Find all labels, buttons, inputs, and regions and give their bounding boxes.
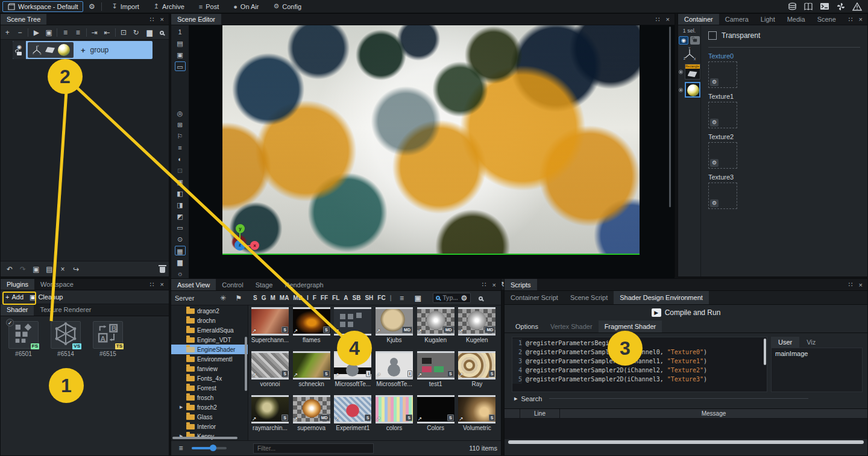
remove-node-icon[interactable]: − [14, 28, 26, 37]
viewport-scrollbar[interactable] [669, 27, 671, 207]
tree-vertical-scrollbar[interactable] [245, 337, 247, 391]
transform-gizmo[interactable]: y z x [222, 224, 259, 257]
monitor-icon[interactable]: ▭ [175, 61, 186, 71]
message-list[interactable] [505, 419, 867, 439]
tab-shader-design-environment[interactable]: Shader Design Environment [614, 291, 709, 304]
gizmo-x-axis[interactable]: x [250, 241, 259, 250]
list-view-icon[interactable]: ≡ [175, 444, 187, 452]
gear-icon[interactable]: ⚙ [710, 159, 719, 167]
visibility-eye-button[interactable]: ◉ [679, 36, 688, 45]
profiler-chart-icon[interactable]: ▆ [144, 28, 156, 37]
light-icon[interactable]: ⚐ [175, 131, 186, 141]
expand-panel-icon[interactable]: ∷ [482, 281, 486, 289]
texture2-dropzone[interactable]: ⚙ [708, 142, 737, 169]
filter-letter[interactable]: S [253, 295, 257, 301]
asset-tile[interactable]: ↗MDsupernova [292, 395, 331, 439]
expand-node-icon[interactable]: + [81, 46, 86, 55]
asset-tile[interactable]: ↗Sraymarchin... [251, 395, 289, 439]
asset-tile[interactable]: ↗Scolors [375, 395, 414, 439]
expand-panel-icon[interactable]: ∷ [849, 281, 853, 289]
filter-letter[interactable]: FL [332, 295, 339, 301]
tab-scene-script[interactable]: Scene Script [564, 291, 614, 304]
transparent-checkbox[interactable] [708, 31, 717, 40]
render-viewport[interactable] [222, 25, 640, 255]
indent-icon[interactable]: ⇥ [89, 28, 100, 37]
menu-archive[interactable]: ↥Archive [148, 0, 190, 13]
favorite-star-icon[interactable]: ✳ [217, 294, 229, 302]
gizmo-y-axis[interactable]: y [236, 224, 245, 233]
node-radio[interactable] [679, 70, 683, 74]
texture3-dropzone[interactable]: ⚙ [708, 183, 737, 209]
asset-tile[interactable]: ↗SColors [417, 395, 455, 439]
save-icon[interactable]: ▣ [31, 265, 42, 273]
layer-mid-icon[interactable]: ◨ [175, 200, 186, 210]
close-panel-icon[interactable]: × [492, 281, 496, 289]
tab-viz[interactable]: Viz [799, 337, 823, 348]
undo-icon[interactable]: ↶ [4, 265, 15, 273]
histogram-icon[interactable]: ▆ [175, 257, 186, 267]
folder-row[interactable]: dragon2 [171, 306, 248, 316]
compile-and-run-button[interactable]: Compile and Run [665, 308, 721, 317]
bookmark-icon[interactable]: ⚑ [233, 294, 245, 302]
delete-icon[interactable]: × [57, 265, 68, 273]
filter-letter[interactable]: M [270, 295, 275, 301]
fan-icon[interactable] [837, 2, 845, 11]
visibility-eye-icon[interactable]: ◉ [17, 45, 22, 49]
filter-letter[interactable]: FF [321, 295, 328, 301]
close-panel-icon[interactable]: × [859, 281, 863, 289]
locked-doc-icon[interactable]: ▣ [412, 294, 424, 302]
tab-workspace[interactable]: Workspace [34, 279, 80, 290]
asset-filter-input[interactable] [253, 443, 374, 454]
expand-panel-icon[interactable]: ∷ [656, 16, 660, 23]
outdent-icon[interactable]: ⇤ [101, 28, 113, 37]
tab-scene-tree[interactable]: Scene Tree [1, 14, 46, 25]
expand-tree-icon[interactable]: ≡ [60, 28, 71, 37]
filter-letter[interactable]: G [262, 295, 266, 301]
filter-letter[interactable]: SH [365, 295, 373, 301]
asset-tile[interactable]: ↗SRay [458, 351, 496, 395]
asset-tile[interactable]: ↗Sflames [292, 307, 331, 351]
folder-row[interactable]: ▶frosch2 [171, 402, 248, 412]
preview-search-icon[interactable] [475, 294, 487, 302]
filter-letter[interactable]: MA [280, 295, 289, 301]
asset-tile[interactable]: ↗Sschneckn [292, 351, 331, 395]
brightness-icon[interactable]: ☼ [175, 269, 186, 278]
thumbnail-size-slider[interactable] [192, 447, 227, 449]
folder-row[interactable]: drochn [171, 316, 248, 325]
redo-icon[interactable]: ↷ [17, 265, 28, 273]
contrast-icon[interactable]: ◐ [175, 154, 186, 164]
filter-letter[interactable]: MD [293, 295, 303, 301]
folder-row-selected[interactable]: EngineShader [171, 345, 248, 354]
tab-container-script[interactable]: Container Script [505, 291, 564, 304]
tab-shader[interactable]: Shader [1, 304, 34, 316]
texture1-label[interactable]: Texture1 [708, 93, 860, 100]
movie-camera-icon[interactable]: ⊞ [175, 120, 186, 130]
menu-import[interactable]: ↧Import [105, 0, 145, 13]
search-icon[interactable] [156, 28, 168, 37]
tab-light[interactable]: Light [755, 14, 781, 25]
folder-row[interactable]: frosch [171, 393, 248, 402]
asset-tile[interactable]: ↗SSuperchann... [251, 307, 289, 351]
tab-plugins[interactable]: Plugins [1, 279, 34, 290]
filter-letter[interactable]: SB [352, 295, 360, 301]
folder-row[interactable]: Fonts_4x [171, 373, 248, 383]
filter-letter[interactable]: I [307, 295, 309, 301]
texture1-dropzone[interactable]: ⚙ [708, 102, 737, 128]
tree-node-group[interactable]: ◉ YZX + group [13, 41, 153, 59]
line-column-header[interactable]: Line [520, 409, 560, 418]
warning-icon[interactable] [852, 2, 862, 11]
layer-front-icon[interactable]: ◧ [175, 189, 186, 198]
expand-panel-icon[interactable]: ∷ [849, 16, 853, 23]
close-panel-icon[interactable]: × [666, 16, 670, 23]
workspace-selector-button[interactable]: Workspace - Default [2, 1, 83, 12]
sort-icon[interactable]: ≡ [395, 294, 407, 302]
shader-item-6515[interactable]: AB TS #6515 [91, 321, 125, 357]
group-box-icon[interactable]: ⊡ [118, 28, 130, 37]
tab-scripts[interactable]: Scripts [505, 279, 537, 290]
transform-icon[interactable]: ⊡ [175, 166, 186, 175]
asset-tile[interactable]: ↗SExperiment1 [333, 395, 372, 439]
message-scrollbar[interactable] [508, 440, 864, 444]
bulb-icon[interactable]: ⊙ [175, 234, 186, 244]
tab-user[interactable]: User [771, 337, 799, 348]
asset-search-box[interactable]: Typ... ⚙ [433, 293, 470, 303]
